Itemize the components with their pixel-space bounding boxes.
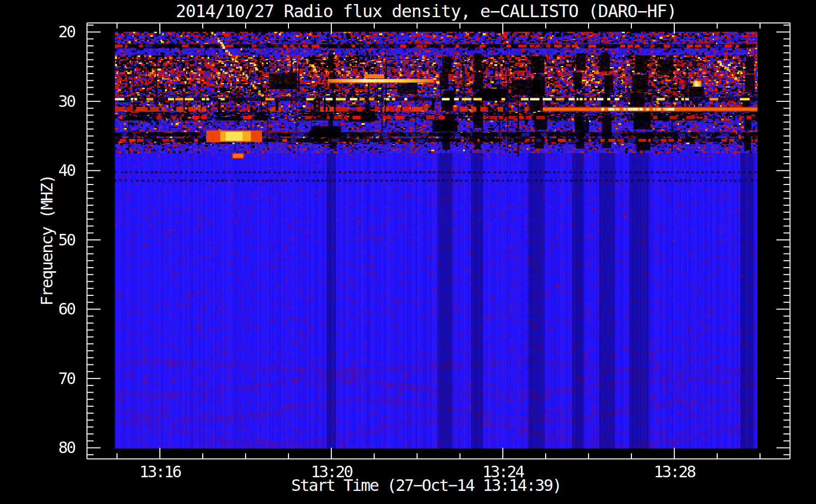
y-tick-label: 40 [20, 162, 75, 178]
y-tick-label: 70 [20, 370, 75, 387]
y-tick-label: 60 [20, 301, 75, 317]
y-tick-label: 80 [20, 439, 75, 456]
y-tick-label: 50 [20, 232, 75, 248]
x-tick-label: 13:20 [288, 464, 374, 480]
spectrogram-image [115, 32, 757, 449]
x-tick-label: 13:28 [631, 464, 717, 480]
y-tick-label: 30 [20, 93, 75, 109]
spectrogram-page: 2014/10/27 Radio flux density, e−CALLIST… [0, 0, 816, 504]
x-tick-label: 13:16 [117, 464, 203, 480]
chart-title: 2014/10/27 Radio flux density, e−CALLIST… [176, 1, 677, 21]
y-tick-label: 20 [20, 24, 75, 40]
x-tick-label: 13:24 [460, 464, 546, 480]
